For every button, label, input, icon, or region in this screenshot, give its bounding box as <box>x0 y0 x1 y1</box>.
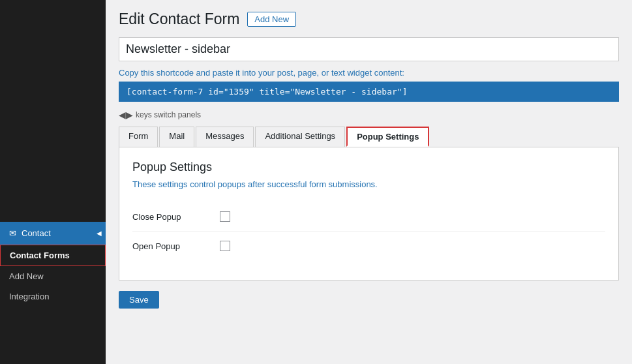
sidebar-sub-item-integration[interactable]: Integration <box>0 286 106 307</box>
keys-hint-text: keys switch panels <box>136 110 201 119</box>
keys-hint: ◀▶ keys switch panels <box>119 110 619 120</box>
popup-settings-title: Popup Settings <box>132 160 605 174</box>
open-popup-label: Open Popup <box>132 241 211 251</box>
popup-settings-description: These settings control popups after succ… <box>132 179 605 189</box>
tab-additional-settings[interactable]: Additional Settings <box>255 127 345 147</box>
page-title: Edit Contact Form <box>119 10 239 28</box>
setting-row-open-popup: Open Popup <box>132 232 605 260</box>
mail-icon: ✉ <box>9 228 16 238</box>
shortcode-label: Copy this shortcode and paste it into yo… <box>119 68 619 78</box>
tab-panel-popup-settings: Popup Settings These settings control po… <box>119 147 619 281</box>
setting-row-close-popup: Close Popup <box>132 202 605 232</box>
arrows-icon: ◀▶ <box>119 110 133 120</box>
tab-form[interactable]: Form <box>119 127 158 147</box>
sidebar: ✉ Contact Contact Forms Add New Integrat… <box>0 0 106 364</box>
sidebar-sub-item-add-new[interactable]: Add New <box>0 266 106 286</box>
save-button[interactable]: Save <box>119 291 159 309</box>
contact-menu-label: Contact <box>22 228 51 238</box>
sidebar-sub-item-contact-forms[interactable]: Contact Forms <box>0 245 106 266</box>
tab-popup-settings[interactable]: Popup Settings <box>346 127 429 147</box>
shortcode-label-link: paste it into your post, page, or text w… <box>213 68 404 78</box>
close-popup-label: Close Popup <box>132 212 211 222</box>
sidebar-item-contact[interactable]: ✉ Contact <box>0 222 106 245</box>
tabs-bar: Form Mail Messages Additional Settings P… <box>119 127 619 147</box>
add-new-button[interactable]: Add New <box>247 12 296 27</box>
shortcode-box[interactable]: [contact-form-7 id="1359" title="Newslet… <box>119 82 619 102</box>
page-header: Edit Contact Form Add New <box>119 10 619 28</box>
sidebar-submenu: Contact Forms Add New Integration <box>0 245 106 307</box>
close-popup-checkbox[interactable] <box>220 211 230 222</box>
shortcode-label-prefix: Copy this shortcode and <box>119 68 213 78</box>
tab-messages[interactable]: Messages <box>196 127 254 147</box>
tab-mail[interactable]: Mail <box>159 127 194 147</box>
main-content: Edit Contact Form Add New Copy this shor… <box>106 0 632 364</box>
open-popup-checkbox[interactable] <box>220 241 230 251</box>
form-name-input[interactable] <box>119 37 619 61</box>
